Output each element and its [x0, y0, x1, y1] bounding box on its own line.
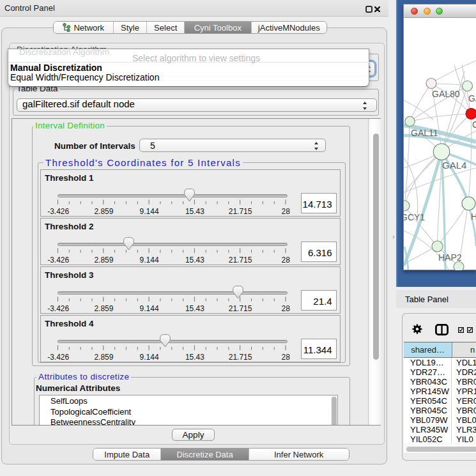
svg-text:GAL4: GAL4 — [442, 160, 466, 171]
svg-text:HAP2: HAP2 — [438, 252, 462, 263]
svg-text:C: C — [472, 119, 476, 130]
svg-text:H: H — [471, 211, 476, 222]
svg-text:GCY1: GCY1 — [404, 212, 425, 222]
svg-text:GAL11: GAL11 — [411, 128, 438, 138]
svg-text:GA: GA — [468, 93, 476, 104]
svg-text:GAL80: GAL80 — [432, 89, 460, 99]
